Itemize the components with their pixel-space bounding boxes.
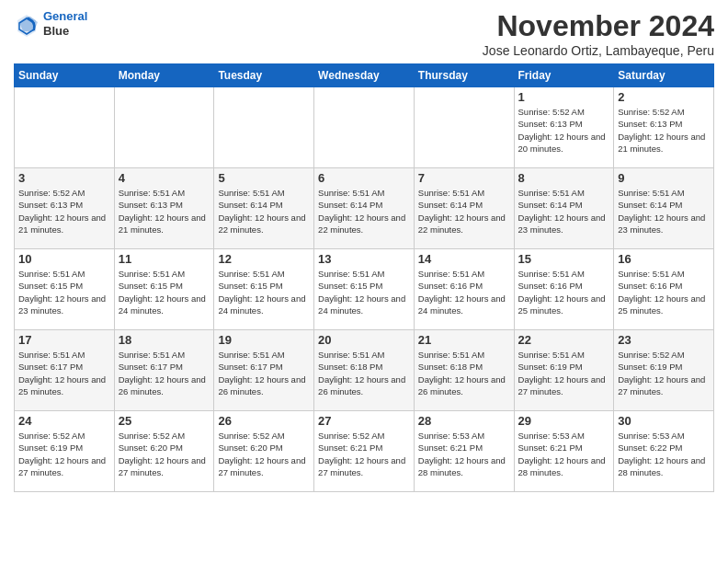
week-row-4: 17Sunrise: 5:51 AM Sunset: 6:17 PM Dayli… — [15, 330, 714, 411]
week-row-3: 10Sunrise: 5:51 AM Sunset: 6:15 PM Dayli… — [15, 249, 714, 330]
calendar-cell: 11Sunrise: 5:51 AM Sunset: 6:15 PM Dayli… — [114, 249, 214, 330]
subtitle: Jose Leonardo Ortiz, Lambayeque, Peru — [483, 43, 714, 58]
day-header-tuesday: Tuesday — [214, 64, 314, 87]
day-number: 13 — [318, 252, 410, 266]
title-block: November 2024 Jose Leonardo Ortiz, Lamba… — [483, 9, 714, 58]
day-header-friday: Friday — [514, 64, 614, 87]
calendar-cell: 23Sunrise: 5:52 AM Sunset: 6:19 PM Dayli… — [614, 330, 714, 411]
month-title: November 2024 — [483, 9, 714, 43]
day-info: Sunrise: 5:52 AM Sunset: 6:19 PM Dayligh… — [18, 430, 110, 478]
calendar-cell: 10Sunrise: 5:51 AM Sunset: 6:15 PM Dayli… — [15, 249, 115, 330]
day-info: Sunrise: 5:52 AM Sunset: 6:19 PM Dayligh… — [618, 349, 710, 397]
day-number: 3 — [18, 171, 110, 185]
day-info: Sunrise: 5:51 AM Sunset: 6:14 PM Dayligh… — [218, 187, 310, 236]
calendar-cell: 18Sunrise: 5:51 AM Sunset: 6:17 PM Dayli… — [114, 330, 214, 411]
calendar-cell: 30Sunrise: 5:53 AM Sunset: 6:22 PM Dayli… — [614, 411, 714, 492]
day-number: 19 — [218, 333, 310, 347]
day-info: Sunrise: 5:52 AM Sunset: 6:13 PM Dayligh… — [518, 106, 610, 155]
day-number: 1 — [518, 90, 610, 104]
day-number: 23 — [618, 333, 710, 347]
day-info: Sunrise: 5:51 AM Sunset: 6:14 PM Dayligh… — [318, 187, 410, 236]
calendar-cell: 2Sunrise: 5:52 AM Sunset: 6:13 PM Daylig… — [614, 87, 714, 168]
day-number: 7 — [418, 171, 510, 185]
calendar-cell: 27Sunrise: 5:52 AM Sunset: 6:21 PM Dayli… — [314, 411, 415, 492]
day-info: Sunrise: 5:51 AM Sunset: 6:15 PM Dayligh… — [218, 268, 310, 316]
day-number: 17 — [18, 333, 110, 347]
day-number: 5 — [218, 171, 310, 185]
calendar-table: SundayMondayTuesdayWednesdayThursdayFrid… — [14, 63, 714, 492]
week-row-2: 3Sunrise: 5:52 AM Sunset: 6:13 PM Daylig… — [15, 168, 714, 249]
calendar-cell — [15, 87, 115, 168]
calendar-cell: 16Sunrise: 5:51 AM Sunset: 6:16 PM Dayli… — [614, 249, 714, 330]
day-info: Sunrise: 5:52 AM Sunset: 6:20 PM Dayligh… — [218, 430, 310, 478]
day-number: 16 — [618, 252, 710, 266]
calendar-cell — [414, 87, 514, 168]
day-number: 26 — [218, 414, 310, 428]
day-number: 11 — [119, 252, 210, 266]
day-info: Sunrise: 5:51 AM Sunset: 6:13 PM Dayligh… — [119, 187, 210, 236]
day-number: 28 — [418, 414, 510, 428]
day-number: 25 — [119, 414, 210, 428]
page-header: General Blue November 2024 Jose Leonardo… — [14, 9, 714, 58]
logo-text: General Blue — [43, 9, 87, 38]
calendar-cell — [314, 87, 415, 168]
day-info: Sunrise: 5:51 AM Sunset: 6:15 PM Dayligh… — [318, 268, 410, 316]
calendar-cell: 5Sunrise: 5:51 AM Sunset: 6:14 PM Daylig… — [214, 168, 314, 249]
day-number: 20 — [318, 333, 410, 347]
day-number: 4 — [119, 171, 210, 185]
calendar-cell — [214, 87, 314, 168]
day-number: 22 — [518, 333, 610, 347]
calendar-cell: 20Sunrise: 5:51 AM Sunset: 6:18 PM Dayli… — [314, 330, 415, 411]
day-number: 18 — [119, 333, 210, 347]
day-info: Sunrise: 5:51 AM Sunset: 6:14 PM Dayligh… — [618, 187, 710, 236]
calendar-cell: 24Sunrise: 5:52 AM Sunset: 6:19 PM Dayli… — [15, 411, 115, 492]
calendar-cell — [114, 87, 214, 168]
day-info: Sunrise: 5:51 AM Sunset: 6:17 PM Dayligh… — [18, 349, 110, 397]
logo: General Blue — [14, 9, 87, 38]
day-info: Sunrise: 5:51 AM Sunset: 6:18 PM Dayligh… — [318, 349, 410, 397]
day-number: 27 — [318, 414, 410, 428]
calendar-cell: 26Sunrise: 5:52 AM Sunset: 6:20 PM Dayli… — [214, 411, 314, 492]
day-number: 8 — [518, 171, 610, 185]
day-info: Sunrise: 5:51 AM Sunset: 6:15 PM Dayligh… — [119, 268, 210, 316]
day-info: Sunrise: 5:51 AM Sunset: 6:16 PM Dayligh… — [418, 268, 510, 316]
day-info: Sunrise: 5:51 AM Sunset: 6:14 PM Dayligh… — [418, 187, 510, 236]
day-number: 6 — [318, 171, 410, 185]
day-info: Sunrise: 5:52 AM Sunset: 6:13 PM Dayligh… — [18, 187, 110, 236]
calendar-cell: 14Sunrise: 5:51 AM Sunset: 6:16 PM Dayli… — [414, 249, 514, 330]
day-number: 24 — [18, 414, 110, 428]
day-header-monday: Monday — [114, 64, 214, 87]
day-header-saturday: Saturday — [614, 64, 714, 87]
day-number: 21 — [418, 333, 510, 347]
day-info: Sunrise: 5:51 AM Sunset: 6:16 PM Dayligh… — [618, 268, 710, 316]
day-number: 9 — [618, 171, 710, 185]
calendar-cell: 1Sunrise: 5:52 AM Sunset: 6:13 PM Daylig… — [514, 87, 614, 168]
day-info: Sunrise: 5:51 AM Sunset: 6:19 PM Dayligh… — [518, 349, 610, 397]
day-info: Sunrise: 5:52 AM Sunset: 6:13 PM Dayligh… — [618, 106, 710, 155]
calendar-cell: 7Sunrise: 5:51 AM Sunset: 6:14 PM Daylig… — [414, 168, 514, 249]
week-row-1: 1Sunrise: 5:52 AM Sunset: 6:13 PM Daylig… — [15, 87, 714, 168]
day-number: 15 — [518, 252, 610, 266]
calendar-header: SundayMondayTuesdayWednesdayThursdayFrid… — [15, 64, 714, 87]
day-info: Sunrise: 5:51 AM Sunset: 6:15 PM Dayligh… — [18, 268, 110, 316]
day-header-thursday: Thursday — [414, 64, 514, 87]
calendar-cell: 19Sunrise: 5:51 AM Sunset: 6:17 PM Dayli… — [214, 330, 314, 411]
day-info: Sunrise: 5:52 AM Sunset: 6:21 PM Dayligh… — [318, 430, 410, 478]
calendar-cell: 4Sunrise: 5:51 AM Sunset: 6:13 PM Daylig… — [114, 168, 214, 249]
calendar-cell: 12Sunrise: 5:51 AM Sunset: 6:15 PM Dayli… — [214, 249, 314, 330]
calendar-cell: 3Sunrise: 5:52 AM Sunset: 6:13 PM Daylig… — [15, 168, 115, 249]
day-info: Sunrise: 5:51 AM Sunset: 6:17 PM Dayligh… — [119, 349, 210, 397]
calendar-cell: 8Sunrise: 5:51 AM Sunset: 6:14 PM Daylig… — [514, 168, 614, 249]
day-number: 12 — [218, 252, 310, 266]
day-info: Sunrise: 5:51 AM Sunset: 6:18 PM Dayligh… — [418, 349, 510, 397]
day-header-wednesday: Wednesday — [314, 64, 415, 87]
calendar-cell: 29Sunrise: 5:53 AM Sunset: 6:21 PM Dayli… — [514, 411, 614, 492]
calendar-cell: 6Sunrise: 5:51 AM Sunset: 6:14 PM Daylig… — [314, 168, 415, 249]
calendar-cell: 13Sunrise: 5:51 AM Sunset: 6:15 PM Dayli… — [314, 249, 415, 330]
day-info: Sunrise: 5:51 AM Sunset: 6:17 PM Dayligh… — [218, 349, 310, 397]
day-info: Sunrise: 5:52 AM Sunset: 6:20 PM Dayligh… — [119, 430, 210, 478]
day-number: 14 — [418, 252, 510, 266]
calendar-cell: 9Sunrise: 5:51 AM Sunset: 6:14 PM Daylig… — [614, 168, 714, 249]
day-info: Sunrise: 5:51 AM Sunset: 6:16 PM Dayligh… — [518, 268, 610, 316]
calendar-cell: 17Sunrise: 5:51 AM Sunset: 6:17 PM Dayli… — [15, 330, 115, 411]
